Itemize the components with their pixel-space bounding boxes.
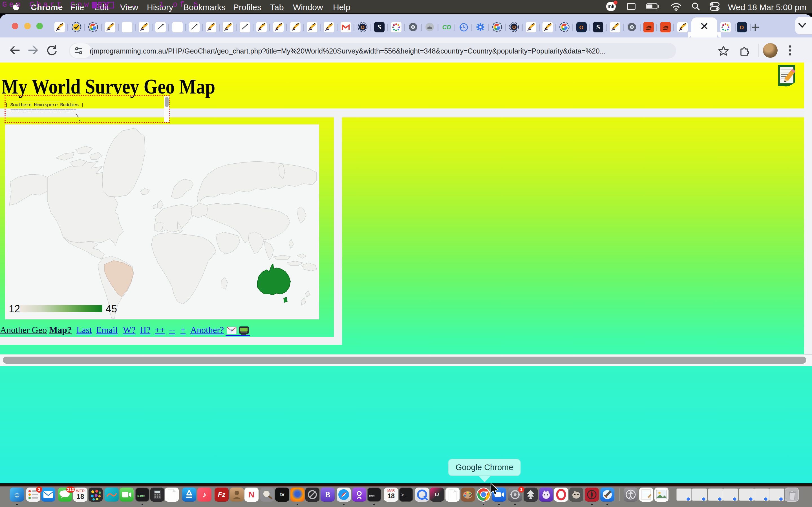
svg-text:O: O [512, 25, 516, 30]
svg-text:O: O [740, 24, 744, 31]
svg-text:O: O [579, 24, 583, 31]
svg-text:O: O [361, 25, 364, 30]
svg-text:E: E [231, 329, 233, 333]
